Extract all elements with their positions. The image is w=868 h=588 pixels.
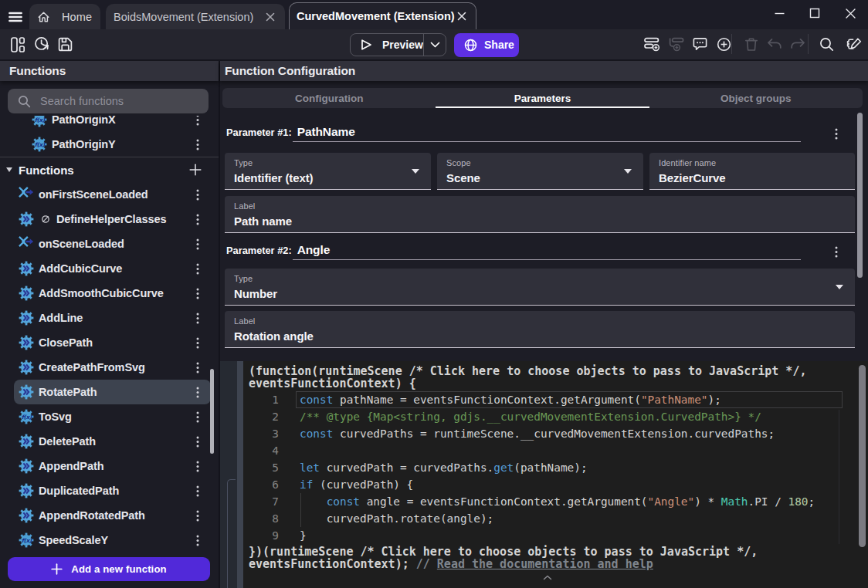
function-item-AddLine[interactable]: AddLine [0,306,219,330]
javascript-code-editor[interactable]: (function(runtimeScene /* Click here to … [220,361,868,588]
parameter-1-identifier-input[interactable]: Identifier name BezierCurve [649,153,855,190]
preview-button-label: Preview [382,39,423,51]
parameter-1-name-input[interactable]: PathName [297,125,355,139]
code-line-1[interactable]: 1const pathName = eventsFunctionContext.… [220,391,868,408]
play-icon [361,39,372,51]
item-menu-icon[interactable] [188,503,208,528]
code-line-5[interactable]: 5let curvedPath = curvedPaths.get(pathNa… [220,459,868,476]
item-menu-icon[interactable] [188,281,208,306]
function-item-DefineHelperClasses[interactable]: DefineHelperClasses [0,207,219,231]
plus-icon [51,563,63,575]
expression-icon: f(x) [32,137,47,152]
tab-label: Parameters [514,93,571,104]
item-menu-icon[interactable] [188,404,208,429]
maximize-button[interactable] [797,0,832,26]
dropdown-caret-icon [412,169,419,174]
item-menu-icon[interactable] [188,330,208,355]
code-line-2[interactable]: 2/** @type {Map<string, gdjs.__curvedMov… [220,408,868,425]
parameter-2-menu-icon[interactable] [826,242,846,262]
parameters-scrollbar[interactable] [857,113,863,278]
function-item-AddCubicCurve[interactable]: AddCubicCurve [0,256,219,281]
edit-scene-icon[interactable] [843,29,866,59]
item-menu-icon[interactable] [188,355,208,380]
function-item-CreatePathFromSvg[interactable]: CreatePathFromSvg [0,355,219,380]
expression-icon: f(x) [19,532,34,548]
search-icon[interactable] [815,29,838,59]
parameter-1-scope-select[interactable]: Scope Scene [437,153,643,190]
item-menu-icon[interactable] [188,116,208,132]
minimize-button[interactable] [761,0,797,26]
item-menu-icon[interactable] [188,182,208,207]
code-line-3[interactable]: 3const curvedPaths = runtimeScene.__curv… [220,425,868,442]
function-item-PathOriginX[interactable]: f(x)PathOriginX [0,116,219,132]
function-icon [19,211,34,227]
function-item-ClosePath[interactable]: ClosePath [0,330,219,355]
item-menu-icon[interactable] [188,231,208,256]
function-item-label: AppendRotatedPath [39,509,145,522]
parameter-1-menu-icon[interactable] [826,123,846,144]
item-menu-icon[interactable] [188,429,208,454]
code-line-6[interactable]: 6if (curvedPath) { [220,476,868,493]
item-menu-icon[interactable] [188,380,208,404]
indent-guide [300,493,301,527]
expand-editor-icon[interactable] [543,575,552,580]
layout-panels-icon[interactable] [6,29,29,59]
tab-curvedmovement[interactable]: CurvedMovement (Extension) [289,2,476,29]
function-item-SpeedScaleY[interactable]: f(x)SpeedScaleY [0,528,219,552]
tab-boidsmovement-label: BoidsMovement (Extension) [114,11,253,23]
function-item-RotatePath[interactable]: RotatePath [0,380,219,404]
function-item-DuplicatedPath[interactable]: DuplicatedPath [0,478,219,503]
sidebar-scrollbar[interactable] [210,369,214,454]
parameter-1-label-input[interactable]: Label Path name [225,196,855,233]
share-button[interactable]: Share [454,33,519,57]
function-item-DeletePath[interactable]: DeletePath [0,429,219,454]
function-item-AppendPath[interactable]: AppendPath [0,454,219,478]
tab-close-icon[interactable] [263,9,278,25]
function-item-AppendRotatedPath[interactable]: AppendRotatedPath [0,503,219,528]
redo-icon [786,29,809,59]
tab-close-icon[interactable] [455,8,469,24]
tab-object-groups[interactable]: Object groups [649,88,863,108]
close-button[interactable] [832,0,868,26]
main-panel-header: Function Configuration [220,61,868,81]
search-placeholder: Search functions [40,95,124,107]
tab-parameters[interactable]: Parameters [436,88,649,108]
parameter-1-type-select[interactable]: Type Identifier (text) [225,153,431,190]
function-item-onSceneLoaded[interactable]: onSceneLoaded [0,231,219,256]
code-line-content: if (curvedPath) { [300,476,413,493]
tab-home[interactable]: Home [29,4,100,29]
history-icon[interactable] [30,29,53,59]
item-menu-icon[interactable] [188,207,208,231]
parameter-2-label-input[interactable]: Label Rotation angle [225,311,855,348]
item-menu-icon[interactable] [188,478,208,503]
item-menu-icon[interactable] [188,528,208,552]
code-editor-scrollbar[interactable] [859,365,866,547]
tab-configuration[interactable]: Configuration [222,88,436,108]
line-number: 9 [220,527,279,544]
parameter-2-name-input[interactable]: Angle [297,243,331,257]
item-menu-icon[interactable] [188,454,208,478]
menu-icon[interactable] [8,12,22,22]
code-line-8[interactable]: 8 curvedPath.rotate(angle); [220,510,868,527]
collapse-triangle-icon[interactable] [6,167,12,172]
item-menu-icon[interactable] [188,132,208,157]
function-item-PathOriginY[interactable]: f(x)PathOriginY [0,132,219,157]
add-comment-icon[interactable] [688,29,711,59]
preview-button[interactable]: Preview [350,33,446,56]
add-event-icon[interactable] [640,29,663,59]
function-item-onFirstSceneLoaded[interactable]: onFirstSceneLoaded [0,182,219,207]
code-line-4[interactable]: 4 [220,442,868,459]
item-menu-icon[interactable] [188,306,208,330]
function-item-AddSmoothCubicCurve[interactable]: AddSmoothCubicCurve [0,281,219,306]
function-item-ToSvg[interactable]: f(x)ToSvg [0,404,219,429]
code-line-9[interactable]: 9} [220,527,868,544]
item-menu-icon[interactable] [188,256,208,281]
add-function-button[interactable]: Add a new function [8,557,210,581]
search-input[interactable]: Search functions [8,89,209,113]
tab-boidsmovement[interactable]: BoidsMovement (Extension) [106,4,285,29]
preview-dropdown-icon[interactable] [423,34,446,56]
code-line-7[interactable]: 7 const angle = eventsFunctionContext.ge… [220,493,868,510]
save-icon[interactable] [53,29,76,59]
parameter-2-type-select[interactable]: Type Number [225,269,855,306]
section-add-icon[interactable] [185,160,205,180]
